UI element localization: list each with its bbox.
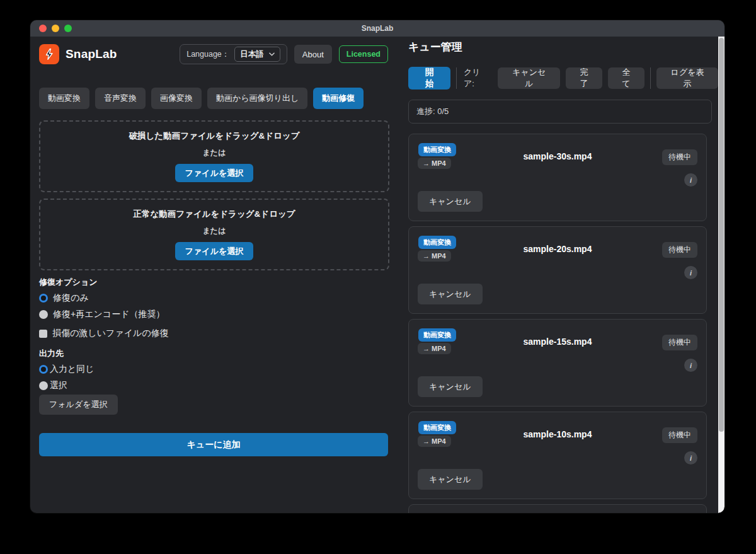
language-select[interactable]: 日本語 [234, 47, 280, 62]
window-title: SnapLab [362, 24, 394, 33]
radio-repair-reencode[interactable]: 修復+再エンコード（推奨） [39, 309, 165, 320]
dropzone-title: 正常な動画ファイルをドラッグ&ドロップ [133, 209, 295, 220]
language-label: Language： [186, 49, 229, 60]
radio-label: 修復+再エンコード（推奨） [53, 309, 165, 320]
checkbox-label: 損傷の激しいファイルの修復 [52, 328, 169, 339]
queue-item: 動画変換 → MP4 sample-30s.mp4 待機中 i キャンセル [408, 134, 707, 221]
queue-title: キュー管理 [408, 40, 462, 54]
radio-selected-icon [39, 365, 48, 374]
show-log-button[interactable]: ログを表示 [656, 67, 718, 89]
dropzone-or-label: または [203, 226, 226, 236]
radio-unselected-icon [39, 381, 48, 390]
header-actions: Language： 日本語 About Licensed [180, 44, 388, 64]
queue-controls: 開始 クリア: キャンセル 完了 全て ログを表示 [408, 66, 718, 89]
clear-cancelled-button[interactable]: キャンセル [498, 67, 559, 89]
output-heading: 出力先 [39, 348, 64, 359]
zoom-button[interactable] [64, 25, 72, 32]
minimize-button[interactable] [52, 25, 59, 32]
info-icon[interactable]: i [684, 359, 697, 372]
dropzone-title: 破損した動画ファイルをドラッグ&ドロップ [129, 130, 300, 142]
dropzone-or-label: または [203, 147, 226, 158]
radio-label: 修復のみ [53, 292, 89, 304]
clear-label: クリア: [464, 67, 491, 89]
tab-video-convert[interactable]: 動画変換 [39, 88, 89, 109]
info-icon[interactable]: i [684, 173, 697, 187]
info-icon[interactable]: i [684, 266, 697, 279]
about-button[interactable]: About [294, 45, 332, 64]
status-badge: 待機中 [662, 149, 697, 165]
queue-item: 動画変換 → MP4 sample-20s.mp4 待機中 i キャンセル [408, 226, 707, 314]
main-panel: SnapLab Language： 日本語 About Licensed 動画変… [30, 37, 397, 513]
checkbox-severe-damage[interactable]: 損傷の激しいファイルの修復 [39, 328, 169, 339]
app-header: SnapLab Language： 日本語 About Licensed [39, 44, 388, 64]
dropzone-damaged-file[interactable]: 破損した動画ファイルをドラッグ&ドロップ または ファイルを選択 [39, 120, 389, 192]
queue-item: 動画変換 → MP4 sample-15s.mp4 待機中 i キャンセル [408, 319, 707, 407]
app-name: SnapLab [66, 47, 117, 61]
tab-video-repair[interactable]: 動画修復 [313, 88, 364, 109]
info-icon[interactable]: i [684, 451, 697, 465]
divider [456, 67, 457, 89]
add-to-queue-button[interactable]: キューに追加 [39, 433, 388, 456]
select-damaged-file-button[interactable]: ファイルを選択 [175, 164, 254, 182]
queue-item: 動画変換 → MP4 sample-10s.mp4 待機中 i キャンセル [408, 412, 707, 499]
clear-all-button[interactable]: 全て [608, 67, 644, 89]
cancel-item-button[interactable]: キャンセル [418, 469, 483, 490]
radio-selected-icon [39, 294, 48, 303]
progress-box: 進捗: 0/5 [408, 100, 712, 124]
cancel-item-button[interactable]: キャンセル [418, 191, 483, 212]
choose-folder-button[interactable]: フォルダを選択 [39, 395, 118, 415]
status-badge: 待機中 [662, 335, 697, 350]
mode-tabs: 動画変換 音声変換 画像変換 動画から画像切り出し 動画修復 [39, 88, 364, 109]
traffic-lights [39, 25, 72, 32]
lightning-bolt-icon [43, 48, 55, 61]
queue-item-partial [408, 504, 707, 513]
radio-repair-only[interactable]: 修復のみ [39, 292, 89, 304]
titlebar: SnapLab [30, 20, 724, 37]
cancel-item-button[interactable]: キャンセル [418, 376, 483, 397]
queue-panel: キュー管理 開始 クリア: キャンセル 完了 全て ログを表示 進捗: 0/5 … [397, 37, 718, 513]
cancel-item-button[interactable]: キャンセル [418, 284, 483, 304]
close-button[interactable] [39, 25, 47, 32]
clear-completed-button[interactable]: 完了 [566, 67, 602, 89]
chevron-down-icon [269, 52, 275, 56]
language-box: Language： 日本語 [180, 44, 287, 64]
scrollbar-track[interactable] [718, 37, 724, 513]
checkbox-icon [39, 330, 47, 338]
app-window: SnapLab SnapLab Language： 日本語 [30, 20, 724, 513]
language-value: 日本語 [240, 49, 264, 60]
start-button[interactable]: 開始 [408, 67, 450, 89]
status-badge: 待機中 [662, 427, 697, 443]
status-badge: 待機中 [662, 242, 697, 258]
radio-unselected-icon [39, 310, 48, 319]
radio-label: 入力と同じ [50, 364, 94, 375]
tab-audio-convert[interactable]: 音声変換 [95, 88, 146, 109]
repair-options-heading: 修復オプション [39, 277, 98, 288]
radio-label: 選択 [50, 380, 67, 391]
queue-list: 動画変換 → MP4 sample-30s.mp4 待機中 i キャンセル 動画… [408, 134, 707, 513]
dropzone-reference-file[interactable]: 正常な動画ファイルをドラッグ&ドロップ または ファイルを選択 [39, 199, 389, 270]
tab-image-convert[interactable]: 画像変換 [151, 88, 202, 109]
progress-text: 進捗: 0/5 [416, 106, 449, 117]
scrollbar-thumb[interactable] [719, 38, 724, 432]
radio-output-choose[interactable]: 選択 [39, 380, 67, 391]
app-logo [39, 44, 59, 64]
select-reference-file-button[interactable]: ファイルを選択 [175, 242, 254, 260]
tab-video-to-image[interactable]: 動画から画像切り出し [207, 88, 307, 109]
radio-output-same[interactable]: 入力と同じ [39, 364, 94, 375]
licensed-badge: Licensed [339, 45, 388, 63]
divider [650, 67, 651, 89]
